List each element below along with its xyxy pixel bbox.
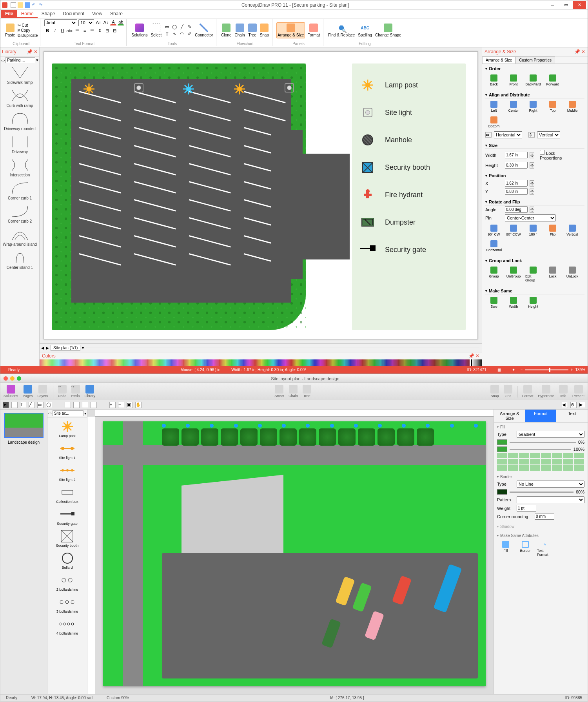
color-swatches[interactable] bbox=[497, 453, 584, 471]
dist-h-select[interactable]: Horizontal bbox=[494, 131, 522, 138]
connector-button[interactable]: Connector bbox=[194, 23, 214, 38]
redo-button[interactable]: ↷Redo bbox=[71, 385, 80, 398]
shape-driveway-rounded[interactable]: Driveway rounded bbox=[2, 112, 38, 131]
fmt-tab-format[interactable]: Format bbox=[525, 410, 557, 422]
clone-button[interactable]: Clone bbox=[220, 23, 232, 38]
border-pattern-select[interactable]: ─────── bbox=[517, 496, 584, 503]
hand-tool-icon[interactable]: ✋ bbox=[135, 402, 142, 408]
gradient-stop-0[interactable] bbox=[497, 439, 507, 445]
arc-tool-icon[interactable]: ◠ bbox=[179, 31, 185, 37]
chain-button[interactable]: Chain bbox=[234, 23, 246, 38]
smart-button[interactable]: Smart bbox=[274, 385, 284, 398]
select-tool-icon[interactable] bbox=[11, 402, 18, 408]
fill-type-select[interactable]: Gradient bbox=[517, 431, 584, 438]
snap-button[interactable]: Snap bbox=[490, 385, 499, 398]
info-button[interactable]: Info bbox=[559, 385, 568, 398]
shapes-menu-icon[interactable]: ▾ bbox=[84, 411, 86, 415]
mac-shape-2-bollards-line[interactable]: 2 bollards line bbox=[56, 573, 78, 591]
tab-home[interactable]: Home bbox=[17, 10, 38, 18]
x-input[interactable] bbox=[505, 180, 528, 187]
border-weight-input[interactable] bbox=[517, 505, 536, 512]
mac-minimize-button[interactable] bbox=[10, 376, 15, 381]
highlight-icon[interactable]: ab bbox=[118, 19, 124, 25]
library-button[interactable]: Library bbox=[85, 385, 96, 398]
snap-button[interactable]: Snap bbox=[259, 23, 270, 38]
ellipse-tool-icon[interactable]: ◯ bbox=[46, 402, 52, 408]
same-height-button[interactable]: Height bbox=[525, 297, 541, 308]
mac-shape-3-bollards-line[interactable]: 3 bollards line bbox=[56, 595, 78, 613]
strike-icon[interactable]: abc bbox=[67, 27, 73, 34]
align-left-icon[interactable]: ☰ bbox=[74, 27, 80, 34]
tree-button[interactable]: Tree bbox=[247, 23, 258, 38]
pointer-tool-icon[interactable]: ➤ bbox=[3, 402, 9, 408]
status-grid-icon[interactable]: ▦ bbox=[492, 368, 506, 372]
gradient-stop-1[interactable] bbox=[497, 446, 507, 452]
lock-button[interactable]: Lock bbox=[545, 267, 561, 282]
shape-wrap-around-island[interactable]: Wrap-around island bbox=[2, 227, 38, 247]
fmt-tab-arrange[interactable]: Arrange & Size bbox=[494, 410, 525, 422]
align-center-icon[interactable]: ≡ bbox=[82, 27, 88, 34]
shapes-prev-icon[interactable]: ‹ bbox=[48, 411, 49, 415]
qat-open-icon[interactable] bbox=[18, 2, 23, 8]
zoomin-tool-icon[interactable]: + bbox=[109, 402, 116, 408]
align-right-icon[interactable]: ☰ bbox=[89, 27, 95, 34]
shape-curb-with-ramp[interactable]: Curb with ramp bbox=[2, 89, 38, 108]
zoomfit-tool-icon[interactable]: ▣ bbox=[127, 402, 133, 408]
msa-border-button[interactable]: Border bbox=[517, 541, 533, 557]
brush-tool-icon[interactable]: ✐ bbox=[186, 31, 192, 37]
page-thumbnail[interactable] bbox=[4, 413, 44, 438]
tab-arrange-size[interactable]: Arrange & Size bbox=[482, 56, 515, 63]
section-make-same[interactable]: Make Same bbox=[485, 288, 584, 294]
tree-button[interactable]: Tree bbox=[303, 385, 311, 398]
same-width-button[interactable]: Width bbox=[506, 297, 521, 308]
layers-button[interactable]: Layers bbox=[38, 385, 48, 398]
curve-tool-icon[interactable]: ∿ bbox=[171, 31, 178, 37]
close-button[interactable]: ✕ bbox=[573, 1, 586, 9]
lock-tool-icon[interactable] bbox=[91, 402, 97, 408]
decrease-font-icon[interactable]: A↓ bbox=[103, 19, 109, 25]
qat-new-icon[interactable] bbox=[11, 2, 16, 8]
shape-sidewalk-ramp[interactable]: Sidewalk ramp bbox=[2, 65, 38, 85]
msa-text-button[interactable]: AText Format bbox=[537, 541, 553, 557]
mac-shape-security-booth[interactable]: Security booth bbox=[56, 530, 79, 548]
font-family-select[interactable]: Arial bbox=[44, 19, 77, 26]
border-color[interactable] bbox=[497, 489, 507, 495]
same-size-button[interactable]: Size bbox=[486, 297, 502, 308]
section-rotate[interactable]: Rotate and Flip bbox=[485, 199, 584, 205]
order-backward-button[interactable]: Backward bbox=[525, 74, 541, 86]
qat-save-icon[interactable] bbox=[25, 2, 30, 8]
pan-left-icon[interactable]: ◀ bbox=[562, 402, 568, 408]
chain-button[interactable]: Chain bbox=[289, 385, 298, 398]
italic-icon[interactable]: I bbox=[52, 27, 58, 34]
mac-zoom-button[interactable] bbox=[17, 376, 21, 381]
shapes-category-select[interactable]: Site ac... bbox=[53, 410, 83, 416]
pan-right-icon[interactable]: ▶ bbox=[579, 402, 585, 408]
cut-button[interactable]: ✂Cut bbox=[18, 23, 38, 27]
status-snap-icon[interactable]: ✦ bbox=[506, 368, 521, 372]
tab-document[interactable]: Document bbox=[59, 10, 88, 18]
arrange-size-button[interactable]: Arrange & Size bbox=[276, 22, 305, 38]
tab-shape[interactable]: Shape bbox=[38, 10, 59, 18]
font-color-icon[interactable]: A bbox=[110, 19, 116, 25]
duplicate-button[interactable]: ⧉Duplicate bbox=[18, 33, 38, 38]
page-next-icon[interactable]: ▶ bbox=[46, 346, 49, 350]
align-left-button[interactable]: Left bbox=[486, 101, 502, 112]
drawing-canvas[interactable]: /*generated below*/ Lamp post Site light… bbox=[44, 51, 478, 339]
solutions-button[interactable]: Solutions bbox=[4, 385, 18, 398]
shape-corner-curb-1[interactable]: Corner curb 1 bbox=[2, 181, 38, 200]
border-section[interactable]: Border bbox=[497, 474, 584, 480]
order-forward-button[interactable]: Forward bbox=[545, 74, 561, 86]
mac-drawing-canvas[interactable] bbox=[103, 421, 486, 686]
pages-button[interactable]: Pages bbox=[23, 385, 33, 398]
flip-button[interactable]: Flip bbox=[545, 225, 561, 236]
order-back-button[interactable]: Back bbox=[486, 74, 502, 86]
shape-corner-curb-2[interactable]: Corner curb 2 bbox=[2, 204, 38, 223]
width-up[interactable]: ▴ bbox=[530, 152, 534, 155]
lib-next-icon[interactable]: › bbox=[4, 58, 5, 63]
width-input[interactable] bbox=[505, 152, 528, 158]
group-tool-icon[interactable] bbox=[73, 402, 80, 408]
align-tool-icon[interactable] bbox=[65, 402, 71, 408]
angle-input[interactable] bbox=[505, 206, 528, 213]
msa-fill-button[interactable]: Fill bbox=[498, 541, 514, 557]
mac-shape-site-light-2[interactable]: Site light 2 bbox=[59, 464, 76, 482]
